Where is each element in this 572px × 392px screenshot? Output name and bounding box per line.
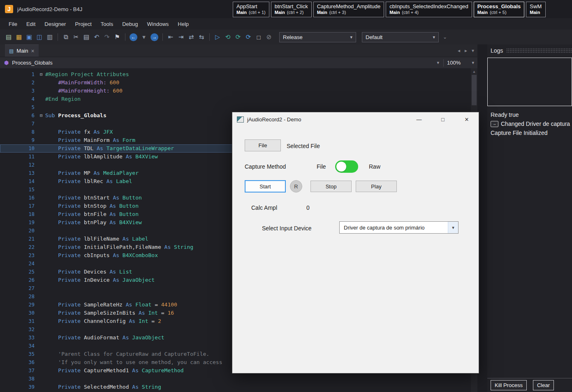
menu-help[interactable]: Help [173, 19, 193, 29]
record-button[interactable]: R [290, 180, 302, 193]
open-folder-icon[interactable]: ▦ [14, 32, 23, 42]
navigate-back-icon[interactable]: ← [130, 33, 137, 41]
tab-scroll-left-icon[interactable]: ◂ [458, 48, 460, 53]
line-number: 24 [0, 260, 35, 268]
navigate-forward-icon[interactable]: → [151, 33, 158, 41]
minimize-button[interactable]: — [407, 112, 431, 126]
prev-sub-icon[interactable]: ⇤ [166, 32, 175, 42]
restart-icon[interactable]: ⟳ [244, 32, 253, 42]
code-line-3[interactable]: 3 #MainFormHeight: 600 [0, 87, 471, 95]
app-window-titlebar[interactable]: jAudioRecord2 - Demo — □ ✕ [232, 112, 479, 126]
menu-windows[interactable]: Windows [143, 19, 174, 29]
code-line-39[interactable]: 39 Private SelectedMethod As String [0, 383, 471, 391]
tab-list-icon[interactable]: ▾ [472, 48, 474, 53]
file-button[interactable]: File [245, 139, 281, 151]
breadcrumb-label[interactable]: Process_Globals [12, 60, 52, 66]
kill-process-button[interactable]: Kill Process [491, 380, 527, 390]
zoom-select[interactable]: 100% ▾ [444, 60, 477, 66]
line-number: 3 [0, 87, 35, 95]
fold-marker-icon[interactable]: ⊟ [40, 70, 43, 79]
menu-designer[interactable]: Designer [40, 19, 70, 29]
code-line-4[interactable]: 4#End Region [0, 95, 471, 103]
profile-select[interactable]: Default ▾ [362, 32, 439, 42]
nav-tab-process_globals[interactable]: Process_GlobalsMain(ctrl + 5) [474, 2, 525, 17]
tab-close-icon[interactable]: × [31, 48, 35, 54]
next-sub-icon[interactable]: ⇥ [176, 32, 185, 42]
sub-list-dropdown-icon[interactable]: ▾ [437, 60, 439, 65]
menu-edit[interactable]: Edit [22, 19, 40, 29]
clear-logs-button[interactable]: Clear [533, 380, 554, 390]
bookmark-icon[interactable]: ⚑ [113, 32, 122, 42]
code-line-2[interactable]: 2 #MainFormWidth: 600 [0, 79, 471, 87]
logs-panel: Logs Ready true→Changed Driver de captur… [487, 44, 572, 392]
tab-scroll-right-icon[interactable]: ▸ [465, 48, 467, 53]
input-device-combobox[interactable]: Driver de captura de som primário ▾ [339, 221, 459, 234]
log-text: Capture File Initialized [491, 130, 548, 136]
build-configuration-select[interactable]: Release ▾ [279, 32, 356, 42]
nav-tab-appstart[interactable]: AppStartMain(ctrl + 1) [233, 2, 269, 17]
rapid-debug-icon[interactable]: ⟲ [223, 32, 232, 42]
paste-new-icon[interactable]: ▤ [4, 32, 13, 42]
menu-file[interactable]: File [4, 19, 22, 29]
nav-tab-title: AppStart [236, 3, 266, 10]
load-layout-icon[interactable]: ⇆ [197, 32, 206, 42]
code-text: Private fx As JFX [45, 129, 113, 135]
profile-value: Default [366, 34, 382, 40]
code-text: Private lblAmplitude As B4XView [45, 153, 158, 160]
start-button[interactable]: Start [245, 180, 286, 193]
export-icon[interactable]: ▥ [45, 32, 54, 42]
nav-tab-subtitle: Main(ctrl + 2) [275, 10, 308, 15]
nav-tab-cbinputs_selectedindexchanged[interactable]: cbInputs_SelectedIndexChangedMain(ctrl +… [386, 2, 472, 17]
line-number: 5 [0, 103, 35, 111]
toolbar-separator [162, 33, 163, 41]
logs-header: Logs [487, 44, 572, 57]
close-button[interactable]: ✕ [455, 112, 479, 126]
code-text: Private btnStart As Button [45, 195, 142, 201]
code-text: #MainFormWidth: 600 [45, 79, 119, 86]
back-history-icon[interactable]: ▾ [139, 32, 148, 42]
logs-view[interactable] [487, 58, 572, 106]
compile-layouts-icon[interactable]: ⇄ [187, 32, 196, 42]
nav-tab-swm[interactable]: SwMMain [526, 2, 546, 17]
menu-tools[interactable]: Tools [96, 19, 118, 29]
run-icon[interactable]: ▷ [213, 32, 222, 42]
play-button[interactable]: Play [356, 181, 397, 192]
logs-footer: Kill Process Clear [487, 378, 572, 392]
nav-tab-subtitle: Main(ctrl + 4) [389, 10, 468, 15]
toolbar-overflow-icon[interactable]: ⌄ [443, 34, 447, 40]
menu-project[interactable]: Project [70, 19, 96, 29]
paste-icon[interactable]: ▤ [82, 32, 91, 42]
undo-icon[interactable]: ↶ [92, 32, 101, 42]
redo-icon[interactable]: ↷ [102, 32, 111, 42]
scroll-up-icon[interactable]: ▲ [471, 68, 477, 74]
code-text: 'If you only want to use one method, you… [45, 359, 222, 365]
nav-tab-btnstart_click[interactable]: btnStart_ClickMain(ctrl + 2) [271, 2, 312, 17]
save-all-icon[interactable]: ◫ [35, 32, 44, 42]
stop-icon[interactable]: □ [254, 32, 263, 42]
line-number: 26 [0, 276, 35, 284]
capture-method-toggle[interactable] [335, 160, 358, 173]
line-number: 34 [0, 342, 35, 350]
raw-mode-label: Raw [369, 163, 380, 170]
code-line-1[interactable]: 1⊟#Region Project Attributes [0, 70, 471, 79]
line-number: 7 [0, 120, 35, 128]
menu-debug[interactable]: Debug [118, 19, 142, 29]
nav-tab-title: Process_Globals [477, 3, 521, 10]
fold-marker-icon[interactable]: ⊟ [40, 111, 43, 120]
code-text: Private cbInputs As B4XComboBox [45, 252, 158, 258]
code-line-38[interactable]: 38 [0, 375, 471, 383]
nav-tab-subtitle: Main(ctrl + 3) [317, 10, 381, 15]
stop-button[interactable]: Stop [310, 181, 352, 192]
tab-main[interactable]: ▤ Main × [5, 44, 39, 57]
resume-icon[interactable]: ⟳ [234, 32, 243, 42]
copy-icon[interactable]: ⧉ [61, 32, 70, 42]
scrollbar-thumb[interactable] [472, 75, 477, 105]
code-line-5[interactable]: 5 [0, 103, 471, 111]
line-number: 19 [0, 218, 35, 227]
breakpoints-icon[interactable]: ⊘ [264, 32, 273, 42]
maximize-button[interactable]: □ [431, 112, 455, 126]
save-icon[interactable]: ▣ [25, 32, 34, 42]
line-number: 37 [0, 366, 35, 375]
nav-tab-capturemethod_amplitude[interactable]: CaptureMethod_AmplitudeMain(ctrl + 3) [313, 2, 384, 17]
cut-icon[interactable]: ✂ [72, 32, 81, 42]
